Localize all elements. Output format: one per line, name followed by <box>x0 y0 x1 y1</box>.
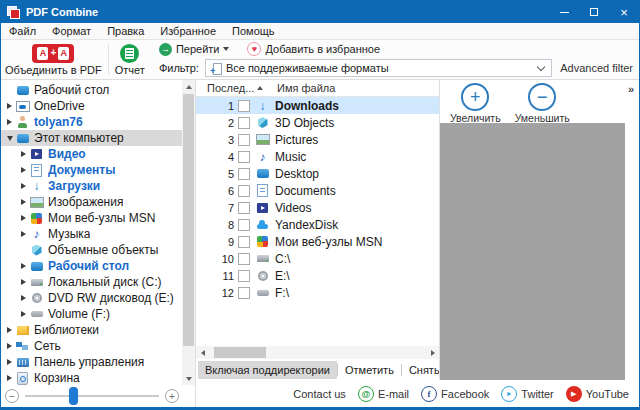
advanced-filter-link[interactable]: Advanced filter <box>560 62 633 74</box>
expander-right-icon[interactable] <box>18 151 29 157</box>
tree-item[interactable]: Музыка <box>1 226 182 242</box>
menu-item[interactable]: Помощь <box>224 23 283 39</box>
row-checkbox[interactable] <box>238 100 250 112</box>
tree-item[interactable]: Сеть <box>1 338 182 354</box>
expander-right-icon[interactable] <box>18 167 29 173</box>
tab[interactable]: Отметить <box>338 361 401 379</box>
zoom-in-button[interactable]: + Увеличить <box>450 83 501 124</box>
row-checkbox[interactable] <box>238 134 250 146</box>
file-list-row[interactable]: 9Мои веб-узлы MSN <box>196 233 439 250</box>
file-list-row[interactable]: 7Videos <box>196 199 439 216</box>
row-checkbox[interactable] <box>238 168 250 180</box>
column-header-filename[interactable]: Имя файла <box>277 82 335 94</box>
hscrollbar-thumb[interactable] <box>214 347 266 358</box>
row-checkbox[interactable] <box>238 117 250 129</box>
goto-button[interactable]: Перейти <box>176 43 220 55</box>
row-checkbox[interactable] <box>238 202 250 214</box>
file-list-row[interactable]: 10C:\ <box>196 250 439 267</box>
row-checkbox[interactable] <box>238 185 250 197</box>
file-list-row[interactable]: 12F:\ <box>196 284 439 301</box>
tree-item[interactable]: Volume (F:) <box>1 306 182 322</box>
tree-item[interactable]: Мои веб-узлы MSN <box>1 210 182 226</box>
report-button[interactable]: Отчет <box>111 40 149 79</box>
menu-item[interactable]: Файл <box>1 23 44 39</box>
tree-item[interactable]: Корзина <box>1 370 182 385</box>
file-list-row[interactable]: 11E:\ <box>196 267 439 284</box>
tree-item[interactable]: Локальный диск (C:) <box>1 274 182 290</box>
expander-right-icon[interactable] <box>4 343 15 349</box>
expander-right-icon[interactable] <box>18 183 29 189</box>
zoom-slider-handle[interactable] <box>69 387 78 405</box>
filter-dropdown[interactable]: Все поддерживаемые форматы <box>205 59 552 77</box>
expander-right-icon[interactable] <box>4 119 15 125</box>
tree-item[interactable]: OneDrive <box>1 98 182 114</box>
menu-item[interactable]: Правка <box>99 23 152 39</box>
scroll-left-button[interactable] <box>196 346 209 359</box>
zoom-slider-track[interactable] <box>25 395 159 397</box>
contact-link[interactable]: ▶YouTube <box>566 386 629 402</box>
scroll-down-button[interactable] <box>182 372 195 385</box>
close-button[interactable]: × <box>609 1 639 23</box>
tree-item[interactable]: Библиотеки <box>1 322 182 338</box>
horizontal-scrollbar[interactable] <box>196 346 439 359</box>
row-checkbox[interactable] <box>238 151 250 163</box>
expander-right-icon[interactable] <box>18 231 29 237</box>
scrollbar-thumb[interactable] <box>183 94 194 346</box>
tree-item[interactable]: Рабочий стол <box>1 258 182 274</box>
tree-item[interactable]: Видео <box>1 146 182 162</box>
goto-dropdown-caret-icon[interactable] <box>223 47 229 51</box>
expander-right-icon[interactable] <box>4 327 15 333</box>
expander-right-icon[interactable] <box>18 295 29 301</box>
file-list-row[interactable]: 6Documents <box>196 182 439 199</box>
file-list-row[interactable]: 5Desktop <box>196 165 439 182</box>
expander-right-icon[interactable] <box>18 263 29 269</box>
tree-item[interactable]: tolyan76 <box>1 114 182 130</box>
combine-to-pdf-button[interactable]: A + A Объединить в PDF <box>1 40 106 79</box>
tree-item[interactable]: DVD RW дисковод (E:) <box>1 290 182 306</box>
tree-item[interactable]: Объемные объекты <box>1 242 182 258</box>
tree-item[interactable]: Загрузки <box>1 178 182 194</box>
expander-right-icon[interactable] <box>4 359 15 365</box>
expander-right-icon[interactable] <box>18 279 29 285</box>
pictures-icon <box>29 195 44 209</box>
tree-scrollbar[interactable] <box>182 80 195 385</box>
row-checkbox[interactable] <box>238 253 250 265</box>
tab[interactable]: Снять <box>402 361 439 379</box>
file-list-row[interactable]: 8YandexDisk <box>196 216 439 233</box>
expander-right-icon[interactable] <box>4 103 15 109</box>
contact-link[interactable]: @E-mail <box>358 386 409 402</box>
scroll-up-button[interactable] <box>182 80 195 93</box>
tree-item[interactable]: Этот компьютер <box>1 130 182 146</box>
row-checkbox[interactable] <box>238 270 250 282</box>
expander-right-icon[interactable] <box>18 199 29 205</box>
file-list-row[interactable]: 23D Objects <box>196 114 439 131</box>
expander-right-icon[interactable] <box>18 215 29 221</box>
tree-item[interactable]: Рабочий стол <box>1 82 182 98</box>
file-list-row[interactable]: 1Downloads <box>196 97 439 114</box>
zoom-out-slider-button[interactable]: − <box>5 389 19 403</box>
add-favorite-button[interactable]: Добавить в избранное <box>265 43 380 55</box>
contact-link[interactable]: fFacebook <box>421 386 489 402</box>
expander-right-icon[interactable] <box>18 311 29 317</box>
maximize-button[interactable] <box>579 1 609 23</box>
menu-item[interactable]: Избранное <box>152 23 224 39</box>
file-list-row[interactable]: 3Pictures <box>196 131 439 148</box>
scroll-right-button[interactable] <box>426 346 439 359</box>
tab[interactable]: Включая поддиректории <box>198 361 337 379</box>
row-checkbox[interactable] <box>238 236 250 248</box>
file-list-row[interactable]: 4Music <box>196 148 439 165</box>
minimize-button[interactable] <box>549 1 579 23</box>
menu-item[interactable]: Формат <box>44 23 99 39</box>
row-checkbox[interactable] <box>238 287 250 299</box>
tree-item[interactable]: Изображения <box>1 194 182 210</box>
expander-right-icon[interactable] <box>4 375 15 381</box>
tree-item[interactable]: Документы <box>1 162 182 178</box>
zoom-out-button[interactable]: − Уменьшить <box>515 83 570 124</box>
tree-item[interactable]: Панель управления <box>1 354 182 370</box>
column-header-order[interactable]: Послед... <box>207 82 263 94</box>
zoom-in-slider-button[interactable]: + <box>165 389 179 403</box>
contact-link[interactable]: ▸Twitter <box>501 386 553 402</box>
expander-down-icon[interactable] <box>4 136 15 141</box>
row-checkbox[interactable] <box>238 219 250 231</box>
toolbar-overflow-button[interactable]: » <box>628 83 634 95</box>
